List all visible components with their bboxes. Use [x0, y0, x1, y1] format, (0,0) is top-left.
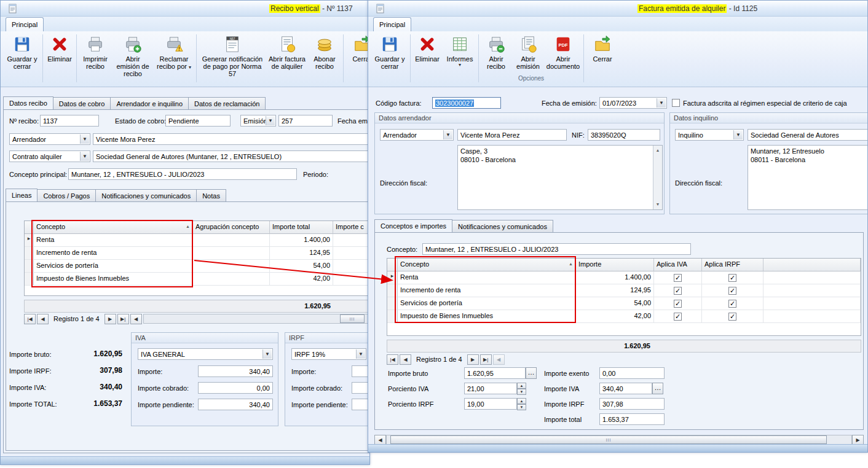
aplica-iva-checkbox[interactable]: ✓	[674, 300, 682, 308]
col-header-concepto[interactable]: Concepto▲	[34, 221, 193, 234]
tab-conceptos-importes[interactable]: Conceptos e importes	[374, 219, 452, 233]
cell-importe[interactable]: 42,00	[270, 273, 333, 286]
arrendador-nombre-field[interactable]: Vicente Mora Perez	[457, 129, 567, 141]
cell-agrupacion[interactable]	[193, 234, 270, 247]
cell-importe[interactable]: 54,00	[576, 297, 654, 310]
nav-prev-button[interactable]: ◀	[37, 314, 49, 324]
nav-next-button[interactable]: ▶	[467, 354, 479, 365]
inquilino-combo[interactable]: Inquilino▼	[675, 129, 744, 141]
reclamar-recibo-button[interactable]: Reclamar recibo por ▾	[154, 34, 194, 83]
tab-notificaciones[interactable]: Notificaciones y comunicados	[452, 220, 553, 233]
scroll-up-icon[interactable]: ▲	[653, 146, 662, 155]
iva-cobrado-field[interactable]: 0,00	[198, 382, 273, 394]
num-recibo-field[interactable]: 1137	[40, 115, 99, 127]
cell-importe[interactable]: 124,95	[576, 284, 654, 297]
cell-importe[interactable]: 42,00	[576, 310, 654, 323]
tab-notificaciones[interactable]: Notificaciones y comunicados	[96, 189, 197, 202]
iva-pendiente-field[interactable]: 340,40	[198, 399, 273, 410]
nav-next-button[interactable]: ▶	[105, 314, 116, 324]
cell-importe[interactable]: 54,00	[270, 260, 333, 273]
abrir-factura-button[interactable]: Abrir factura de alquiler	[268, 34, 306, 83]
arrendador-combo[interactable]: Arrendador▼	[9, 133, 90, 145]
concepto-principal-field[interactable]: Muntaner, 12 , ENTRESUELO - JULIO/2023	[68, 168, 297, 180]
vertical-scrollbar[interactable]: ▲▼	[653, 146, 662, 209]
concepto-field[interactable]: Muntaner, 12 , ENTRESUELO - JULIO/2023	[422, 243, 691, 255]
inquilino-nombre-field[interactable]: Sociedad General de Autores	[748, 129, 868, 141]
chevron-down-icon[interactable]: ▼	[80, 152, 89, 161]
cell-importe-c[interactable]	[333, 273, 368, 286]
importe-total-field[interactable]: 1.653,37	[599, 413, 665, 425]
table-row[interactable]: Servicios de portería 54,00	[25, 260, 368, 273]
contrato-alquiler-combo[interactable]: Contrato alquiler▼	[9, 150, 90, 162]
cell-empty[interactable]	[763, 297, 861, 310]
horizontal-scrollbar[interactable]: lll	[143, 314, 369, 324]
cell-concepto[interactable]: Impuesto de Bienes Inmuebles	[34, 273, 193, 286]
estado-cobro-field[interactable]: Pendiente	[165, 115, 231, 127]
tab-cobros-pagos[interactable]: Cobros / Pagos	[37, 189, 96, 202]
codigo-factura-field[interactable]: 3023000027	[432, 97, 501, 109]
spin-up-icon[interactable]: ▲	[517, 398, 526, 404]
cell-importe-c[interactable]	[333, 234, 368, 247]
eliminar-button[interactable]: Eliminar	[413, 34, 441, 83]
porciento-iva-field[interactable]: 21,00	[464, 383, 517, 394]
abonar-recibo-button[interactable]: Abonar recibo	[309, 34, 341, 83]
iva-tipo-combo[interactable]: IVA GENERAL▼	[138, 348, 273, 360]
tab-notas[interactable]: Notas	[197, 189, 226, 202]
ellipsis-button[interactable]: …	[652, 383, 663, 394]
eliminar-button[interactable]: Eliminar	[45, 34, 74, 83]
scrollbar-thumb[interactable]: lll	[390, 435, 827, 444]
nav-prev-button[interactable]: ◀	[400, 354, 411, 365]
aplica-irpf-checkbox[interactable]: ✓	[728, 313, 736, 321]
cell-concepto[interactable]: Impuesto de Bienes Inmuebles	[398, 310, 576, 323]
aplica-iva-checkbox[interactable]: ✓	[674, 274, 682, 282]
porciento-irpf-field[interactable]: 19,00	[464, 398, 517, 410]
imprimir-recibo-button[interactable]: Imprimir recibo	[79, 34, 111, 83]
nav-first-button[interactable]: |◀	[387, 354, 398, 365]
cell-concepto[interactable]: Renta	[398, 271, 576, 284]
abrir-emision-button[interactable]: Abrir emisión	[513, 34, 543, 74]
cell-empty[interactable]	[763, 310, 861, 323]
table-row[interactable]: ▸ Renta 1.400,00	[25, 234, 368, 247]
chevron-down-icon[interactable]: ▼	[266, 116, 275, 125]
chevron-down-icon[interactable]: ▼	[262, 349, 272, 359]
col-header-agrupacion[interactable]: Agrupación concepto	[193, 221, 270, 234]
fecha-emision-datepicker[interactable]: 01/07/2023▼	[599, 97, 667, 109]
col-header-importe[interactable]: Importe	[576, 259, 654, 271]
chevron-down-icon[interactable]: ▼	[443, 130, 452, 139]
aplica-iva-checkbox[interactable]: ✓	[674, 287, 682, 295]
cell-agrupacion[interactable]	[193, 273, 270, 286]
guardar-cerrar-button[interactable]: Guardar y cerrar	[4, 34, 40, 83]
table-row[interactable]: Incremento de renta 124,95	[25, 247, 368, 260]
aplica-iva-checkbox[interactable]: ✓	[674, 313, 682, 321]
scroll-down-icon[interactable]: ▼	[653, 200, 662, 209]
spinner-buttons[interactable]: ▲▼	[517, 398, 526, 410]
cell-agrupacion[interactable]	[193, 260, 270, 273]
table-row[interactable]: Impuesto de Bienes Inmuebles 42,00	[25, 273, 368, 286]
abrir-documento-button[interactable]: PDF Abrir documento	[545, 34, 581, 74]
col-header-concepto[interactable]: Concepto▲	[398, 259, 576, 271]
tab-arrendador-inquilino[interactable]: Arrendador e inquilino	[111, 97, 189, 110]
contrato-field[interactable]: Sociedad General de Autores (Muntaner, 1…	[93, 150, 368, 162]
cell-importe-c[interactable]	[333, 260, 368, 273]
table-row[interactable]: Incremento de renta 124,95 ✓ ✓	[387, 284, 861, 297]
tab-datos-reclamacion[interactable]: Datos de reclamación	[189, 97, 266, 110]
cerrar-button[interactable]: Cerrar	[586, 34, 618, 83]
arrendador-field[interactable]: Vicente Mora Perez	[93, 133, 368, 145]
importe-iva-field[interactable]: 340,40	[599, 383, 652, 394]
aplica-irpf-checkbox[interactable]: ✓	[728, 274, 736, 282]
cerrar-button[interactable]: Cerrar	[346, 34, 370, 83]
cell-importe[interactable]: 1.400,00	[576, 271, 654, 284]
importe-irpf-field[interactable]: 307,98	[599, 398, 665, 410]
chevron-down-icon[interactable]: ▼	[657, 98, 666, 107]
cell-concepto[interactable]: Incremento de renta	[398, 284, 576, 297]
cell-agrupacion[interactable]	[193, 247, 270, 260]
tab-datos-cobro[interactable]: Datos de cobro	[53, 97, 111, 110]
cell-importe[interactable]: 1.400,00	[270, 234, 333, 247]
emision-combo[interactable]: Emisión▼	[240, 115, 276, 127]
norma57-button[interactable]: N57 Generar notificación de pago por Nor…	[199, 34, 266, 83]
chevron-down-icon[interactable]: ▼	[80, 135, 89, 144]
factura-titlebar[interactable]: Factura emitida de alquiler - Id 1125	[368, 1, 867, 17]
scrollbar-thumb[interactable]: lll	[340, 314, 365, 323]
spinner-buttons[interactable]: ▲▼	[517, 383, 526, 394]
nif-field[interactable]: 38395020Q	[588, 129, 660, 141]
